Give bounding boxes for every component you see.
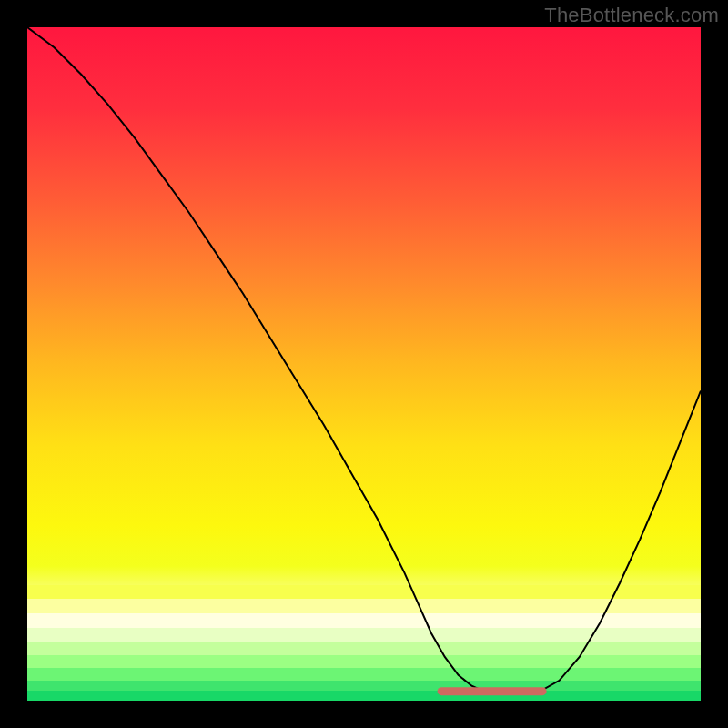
bottleneck-curve [27, 27, 701, 694]
curve-layer [27, 27, 701, 701]
chart-frame: TheBottleneck.com [0, 0, 728, 728]
watermark-text: TheBottleneck.com [544, 4, 719, 27]
plot-area [27, 27, 701, 701]
